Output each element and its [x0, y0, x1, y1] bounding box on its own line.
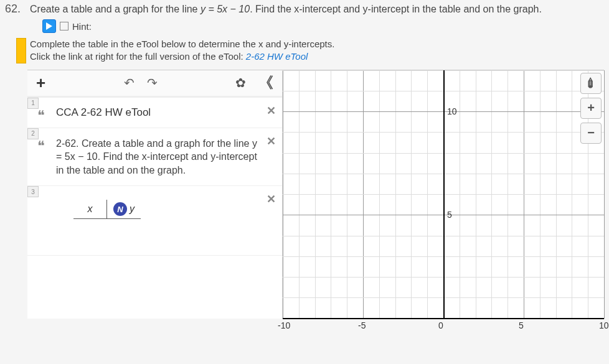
etool-link[interactable]: 2-62 HW eTool	[246, 51, 308, 62]
hint-label: Hint:	[72, 21, 92, 32]
x-tick-label: -5	[358, 320, 366, 330]
zoom-out-button[interactable]: −	[580, 123, 602, 144]
card-table-row: 3 ✕ x N y	[27, 186, 282, 256]
n-badge-icon: N	[113, 202, 127, 216]
instruction-line2-prefix: Click the link at right for the full ver…	[30, 51, 246, 62]
quote-icon: ❝	[37, 108, 45, 124]
y-tick-label: 5	[447, 210, 452, 220]
graph-grid: 0510-10-5510	[283, 70, 604, 319]
undo-button[interactable]: ↶	[124, 75, 135, 90]
close-icon[interactable]: ✕	[267, 192, 276, 206]
card-title-text: CCA 2-62 HW eTool	[56, 106, 261, 119]
x-tick-label: -10	[278, 320, 290, 330]
card-list: 1 ❝ ✕ CCA 2-62 HW eTool 2 ❝ ✕ 2-62. Crea…	[27, 98, 282, 319]
question-text-before: Create a table and a graph for the line	[30, 4, 201, 14]
graph-controls: ✐ + −	[580, 73, 602, 144]
play-icon	[46, 22, 52, 30]
instruction-marker	[16, 38, 26, 63]
svg-marker-0	[46, 22, 52, 30]
table-body[interactable]	[73, 219, 141, 241]
instruction-line2: Click the link at right for the full ver…	[30, 50, 334, 63]
x-tick-label: 0	[438, 320, 443, 330]
card-instruction-row: 2 ❝ ✕ 2-62. Create a table and a graph f…	[27, 128, 282, 187]
y-tick-label: 10	[447, 106, 457, 116]
wrench-button[interactable]: ✐	[580, 73, 602, 94]
card-row-number: 3	[27, 186, 39, 197]
instruction-line1: Complete the table in the eTool below to…	[30, 38, 334, 50]
table-header-x: x	[73, 200, 107, 218]
add-button[interactable]: +	[36, 73, 45, 93]
x-tick-label: 10	[599, 320, 609, 330]
instruction-text: Complete the table in the eTool below to…	[30, 38, 334, 63]
zoom-in-button[interactable]: +	[580, 98, 602, 119]
question-number: 62.	[5, 2, 22, 16]
question-text-after: . Find the x-intercept and y-intercept i…	[250, 4, 542, 14]
card-body-text: 2-62. Create a table and a graph for the…	[56, 137, 261, 177]
graph-panel[interactable]: 0510-10-5510 ✐ + −	[283, 70, 604, 319]
question-equation: y = 5x − 10	[201, 4, 250, 14]
left-panel: + ↶ ↷ ✿ 《 1 ❝ ✕ CCA 2-62 HW eTool 2 ❝	[27, 70, 283, 319]
settings-button[interactable]: ✿	[235, 75, 246, 90]
redo-button[interactable]: ↷	[147, 75, 158, 90]
quote-icon: ❝	[37, 138, 45, 154]
question-text: Create a table and a graph for the line …	[30, 4, 542, 15]
close-icon[interactable]: ✕	[267, 104, 276, 118]
hint-toggle-button[interactable]	[42, 19, 56, 33]
table-header-y-label: y	[130, 203, 135, 215]
card-title-row: 1 ❝ ✕ CCA 2-62 HW eTool	[27, 98, 282, 128]
toolbar: + ↶ ↷ ✿ 《	[27, 70, 282, 98]
wrench-icon: ✐	[582, 74, 600, 92]
hint-checkbox[interactable]	[60, 22, 68, 30]
etool-container: + ↶ ↷ ✿ 《 1 ❝ ✕ CCA 2-62 HW eTool 2 ❝	[27, 70, 604, 319]
xy-table[interactable]: x N y	[73, 200, 141, 241]
collapse-button[interactable]: 《	[258, 73, 273, 93]
close-icon[interactable]: ✕	[267, 134, 276, 148]
table-header-y: N y	[107, 200, 141, 218]
x-tick-label: 5	[519, 320, 524, 330]
